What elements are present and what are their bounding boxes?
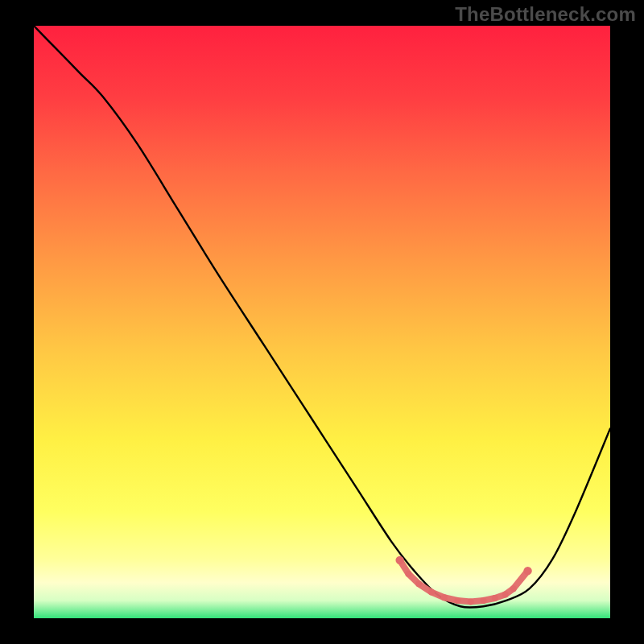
marker-dot bbox=[454, 597, 460, 604]
marker-dot bbox=[428, 589, 435, 596]
marker-dot bbox=[492, 595, 498, 601]
gradient-background bbox=[34, 26, 610, 618]
marker-dot bbox=[415, 580, 422, 587]
watermark-text: TheBottleneck.com bbox=[455, 3, 636, 26]
plot-area bbox=[34, 26, 610, 618]
marker-dot bbox=[395, 556, 403, 564]
bottleneck-chart bbox=[34, 26, 610, 618]
marker-dot bbox=[468, 598, 474, 605]
marker-dot bbox=[480, 597, 486, 604]
marker-dot bbox=[441, 594, 448, 601]
marker-dot bbox=[523, 567, 531, 575]
marker-dot bbox=[405, 571, 411, 577]
chart-frame: TheBottleneck.com bbox=[0, 0, 644, 644]
marker-dot bbox=[510, 585, 517, 592]
marker-dot bbox=[502, 592, 509, 598]
